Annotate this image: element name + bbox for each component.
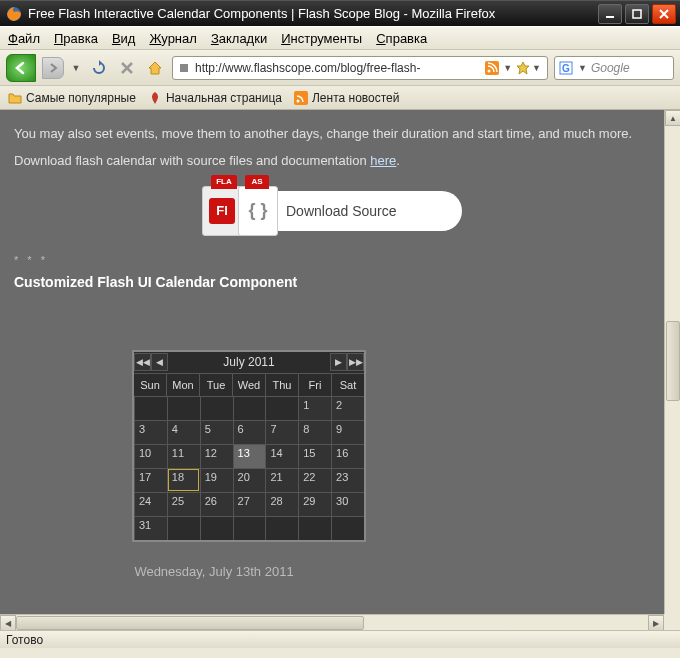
bookmark-news[interactable]: Лента новостей (294, 91, 400, 105)
rss-icon (294, 91, 308, 105)
calendar-cell[interactable]: 9 (331, 420, 364, 444)
calendar-cell (200, 516, 233, 540)
calendar-cell[interactable]: 27 (233, 492, 266, 516)
calendar-widget[interactable]: ◀◀ ◀ July 2011 ▶ ▶▶ SunMonTueWedThuFriSa… (132, 350, 366, 542)
scroll-up-button[interactable]: ▲ (665, 110, 680, 126)
calendar-cell[interactable]: 18 (167, 468, 200, 492)
page-favicon (177, 61, 191, 75)
separator-stars: * * * (14, 254, 650, 266)
rss-icon[interactable] (485, 61, 499, 75)
vertical-scrollbar[interactable]: ▲ ▼ (664, 110, 680, 630)
calendar-cell (298, 516, 331, 540)
calendar-cell[interactable]: 31 (134, 516, 167, 540)
menu-history[interactable]: Журнал (149, 31, 196, 46)
calendar-cell[interactable]: 11 (167, 444, 200, 468)
calendar-dow: Thu (265, 374, 298, 396)
calendar-cell[interactable]: 2 (331, 396, 364, 420)
calendar-cell[interactable]: 8 (298, 420, 331, 444)
maximize-button[interactable] (625, 4, 649, 24)
calendar-cell[interactable]: 14 (265, 444, 298, 468)
search-engine-dropdown-icon[interactable]: ▼ (576, 63, 589, 73)
firefox-icon (6, 6, 22, 22)
next-year-button[interactable]: ▶▶ (347, 353, 364, 371)
calendar-dow: Wed (232, 374, 265, 396)
calendar-cell[interactable]: 15 (298, 444, 331, 468)
window-titlebar: Free Flash Interactive Calendar Componen… (0, 0, 680, 26)
google-icon: G (559, 61, 573, 75)
url-text[interactable]: http://www.flashscope.com/blog/free-flas… (195, 61, 483, 75)
calendar-dow: Sun (134, 374, 166, 396)
calendar-cell[interactable]: 26 (200, 492, 233, 516)
bookmark-popular[interactable]: Самые популярные (8, 91, 136, 105)
calendar-cell[interactable]: 22 (298, 468, 331, 492)
prev-year-button[interactable]: ◀◀ (134, 353, 151, 371)
search-bar[interactable]: G ▼ Google (554, 56, 674, 80)
calendar-cell[interactable]: 23 (331, 468, 364, 492)
calendar-cell[interactable]: 16 (331, 444, 364, 468)
calendar-cell (200, 396, 233, 420)
menu-edit[interactable]: Правка (54, 31, 98, 46)
calendar-cell[interactable]: 21 (265, 468, 298, 492)
history-dropdown-icon[interactable]: ▼ (70, 63, 82, 73)
calendar-cell[interactable]: 6 (233, 420, 266, 444)
calendar-cell[interactable]: 28 (265, 492, 298, 516)
scroll-left-button[interactable]: ◀ (0, 615, 16, 630)
calendar-cell[interactable]: 24 (134, 492, 167, 516)
navigation-toolbar: ▼ http://www.flashscope.com/blog/free-fl… (0, 50, 680, 86)
scroll-thumb-h[interactable] (16, 616, 364, 630)
close-button[interactable] (652, 4, 676, 24)
calendar-cell[interactable]: 19 (200, 468, 233, 492)
stop-button[interactable] (116, 57, 138, 79)
calendar-cell[interactable]: 1 (298, 396, 331, 420)
menu-file[interactable]: Файл (8, 31, 40, 46)
page-content: You may also set events, move them to an… (0, 110, 664, 614)
horizontal-scrollbar[interactable]: ◀ ▶ (0, 614, 664, 630)
menu-bookmarks[interactable]: Закладки (211, 31, 267, 46)
calendar-cell (265, 516, 298, 540)
search-placeholder: Google (589, 61, 669, 75)
scroll-thumb-v[interactable] (666, 321, 680, 401)
svg-point-6 (488, 69, 491, 72)
calendar-cell[interactable]: 3 (134, 420, 167, 444)
menu-help[interactable]: Справка (376, 31, 427, 46)
calendar-cell[interactable]: 29 (298, 492, 331, 516)
calendar-cell (233, 396, 266, 420)
calendar-cell[interactable]: 17 (134, 468, 167, 492)
calendar-dow: Fri (298, 374, 331, 396)
feed-dropdown-icon[interactable]: ▼ (501, 63, 514, 73)
bookmark-home[interactable]: Начальная страница (148, 91, 282, 105)
window-title: Free Flash Interactive Calendar Componen… (28, 6, 598, 21)
download-source-button[interactable]: Fl { } Download Source (202, 186, 462, 236)
menu-tools[interactable]: Инструменты (281, 31, 362, 46)
calendar-cell (233, 516, 266, 540)
calendar-cell[interactable]: 12 (200, 444, 233, 468)
home-button[interactable] (144, 57, 166, 79)
here-link[interactable]: here (370, 153, 396, 168)
reload-button[interactable] (88, 57, 110, 79)
forward-button[interactable] (42, 57, 64, 79)
prev-month-button[interactable]: ◀ (151, 353, 168, 371)
url-bar[interactable]: http://www.flashscope.com/blog/free-flas… (172, 56, 548, 80)
intro-text-1: You may also set events, move them to an… (14, 124, 650, 145)
calendar-cell[interactable]: 25 (167, 492, 200, 516)
calendar-cell[interactable]: 20 (233, 468, 266, 492)
intro-text-2: Download flash calendar with source file… (14, 151, 650, 172)
calendar-cell[interactable]: 4 (167, 420, 200, 444)
url-dropdown-icon[interactable]: ▼ (530, 63, 543, 73)
bookmark-star-icon[interactable] (516, 61, 530, 75)
calendar-cell[interactable]: 13 (233, 444, 266, 468)
calendar-grid: 1234567891011121314151617181920212223242… (134, 396, 364, 540)
minimize-button[interactable] (598, 4, 622, 24)
back-button[interactable] (6, 54, 36, 82)
calendar-cell[interactable]: 5 (200, 420, 233, 444)
scroll-right-button[interactable]: ▶ (648, 615, 664, 630)
calendar-cell[interactable]: 30 (331, 492, 364, 516)
next-month-button[interactable]: ▶ (330, 353, 347, 371)
scrollbar-corner (664, 614, 680, 630)
menu-view[interactable]: Вид (112, 31, 136, 46)
calendar-cell[interactable]: 7 (265, 420, 298, 444)
svg-rect-2 (633, 10, 641, 18)
calendar-cell[interactable]: 10 (134, 444, 167, 468)
window-resize-edge[interactable] (0, 648, 680, 658)
download-label: Download Source (276, 191, 462, 231)
